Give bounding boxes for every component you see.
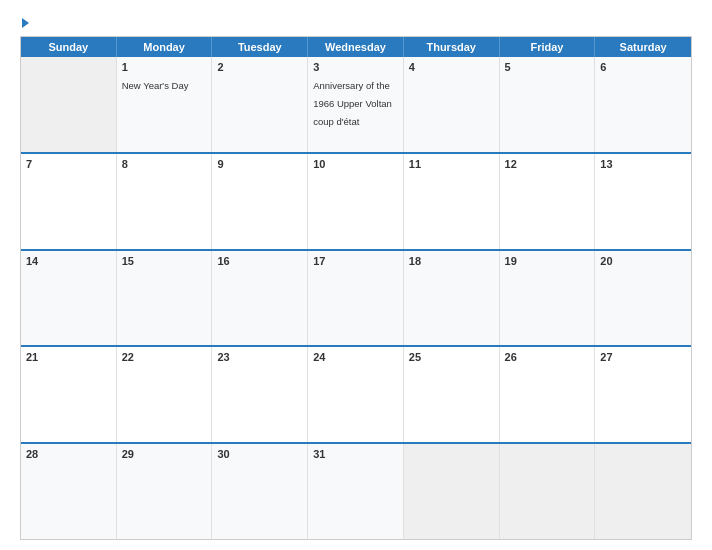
day-number: 8: [122, 158, 207, 170]
day-number: 29: [122, 448, 207, 460]
day-header-sunday: Sunday: [21, 37, 117, 57]
week-row-1: 1New Year's Day23Anniversary of the 1966…: [21, 57, 691, 152]
day-number: 9: [217, 158, 302, 170]
header: [20, 18, 692, 28]
day-cell: 31: [308, 444, 404, 539]
day-header-tuesday: Tuesday: [212, 37, 308, 57]
day-cell: 22: [117, 347, 213, 442]
calendar-page: SundayMondayTuesdayWednesdayThursdayFrid…: [0, 0, 712, 550]
day-cell: 7: [21, 154, 117, 249]
day-cell: 17: [308, 251, 404, 346]
day-cell: 18: [404, 251, 500, 346]
day-cell: 28: [21, 444, 117, 539]
day-cell: 8: [117, 154, 213, 249]
week-row-3: 14151617181920: [21, 249, 691, 346]
day-number: 13: [600, 158, 686, 170]
day-cell: 13: [595, 154, 691, 249]
day-cell: 16: [212, 251, 308, 346]
day-header-monday: Monday: [117, 37, 213, 57]
day-cell: 29: [117, 444, 213, 539]
day-cell: [404, 444, 500, 539]
day-cell: 10: [308, 154, 404, 249]
day-cell: [21, 57, 117, 152]
day-cell: 21: [21, 347, 117, 442]
week-row-4: 21222324252627: [21, 345, 691, 442]
day-header-thursday: Thursday: [404, 37, 500, 57]
day-cell: 30: [212, 444, 308, 539]
day-header-friday: Friday: [500, 37, 596, 57]
day-number: 7: [26, 158, 111, 170]
day-cell: 15: [117, 251, 213, 346]
day-number: 11: [409, 158, 494, 170]
day-header-saturday: Saturday: [595, 37, 691, 57]
day-number: 16: [217, 255, 302, 267]
event-text: Anniversary of the 1966 Upper Voltan cou…: [313, 80, 392, 127]
day-cell: 23: [212, 347, 308, 442]
day-cell: 12: [500, 154, 596, 249]
day-number: 6: [600, 61, 686, 73]
logo: [20, 18, 29, 28]
day-cell: 1New Year's Day: [117, 57, 213, 152]
day-number: 30: [217, 448, 302, 460]
day-cell: 4: [404, 57, 500, 152]
day-number: 4: [409, 61, 494, 73]
day-number: 19: [505, 255, 590, 267]
day-number: 31: [313, 448, 398, 460]
day-number: 17: [313, 255, 398, 267]
day-number: 20: [600, 255, 686, 267]
day-cell: 11: [404, 154, 500, 249]
day-number: 10: [313, 158, 398, 170]
day-cell: 5: [500, 57, 596, 152]
logo-blue-text: [20, 18, 29, 28]
calendar-grid: SundayMondayTuesdayWednesdayThursdayFrid…: [20, 36, 692, 540]
event-text: New Year's Day: [122, 80, 189, 91]
day-number: 5: [505, 61, 590, 73]
week-row-5: 28293031: [21, 442, 691, 539]
day-number: 2: [217, 61, 302, 73]
logo-triangle-icon: [22, 18, 29, 28]
day-header-wednesday: Wednesday: [308, 37, 404, 57]
day-cell: 27: [595, 347, 691, 442]
day-cell: [500, 444, 596, 539]
day-cell: 3Anniversary of the 1966 Upper Voltan co…: [308, 57, 404, 152]
day-number: 28: [26, 448, 111, 460]
day-cell: 20: [595, 251, 691, 346]
week-row-2: 78910111213: [21, 152, 691, 249]
day-number: 25: [409, 351, 494, 363]
day-cell: 14: [21, 251, 117, 346]
day-number: 27: [600, 351, 686, 363]
day-cell: 19: [500, 251, 596, 346]
day-cell: 25: [404, 347, 500, 442]
day-number: 18: [409, 255, 494, 267]
day-cell: 9: [212, 154, 308, 249]
weeks-container: 1New Year's Day23Anniversary of the 1966…: [21, 57, 691, 539]
day-number: 23: [217, 351, 302, 363]
day-cell: 26: [500, 347, 596, 442]
day-number: 22: [122, 351, 207, 363]
day-number: 24: [313, 351, 398, 363]
day-number: 21: [26, 351, 111, 363]
day-number: 26: [505, 351, 590, 363]
day-cell: 6: [595, 57, 691, 152]
day-number: 15: [122, 255, 207, 267]
day-cell: 24: [308, 347, 404, 442]
day-number: 3: [313, 61, 398, 73]
day-cell: 2: [212, 57, 308, 152]
day-number: 12: [505, 158, 590, 170]
day-number: 14: [26, 255, 111, 267]
day-cell: [595, 444, 691, 539]
day-headers-row: SundayMondayTuesdayWednesdayThursdayFrid…: [21, 37, 691, 57]
day-number: 1: [122, 61, 207, 73]
